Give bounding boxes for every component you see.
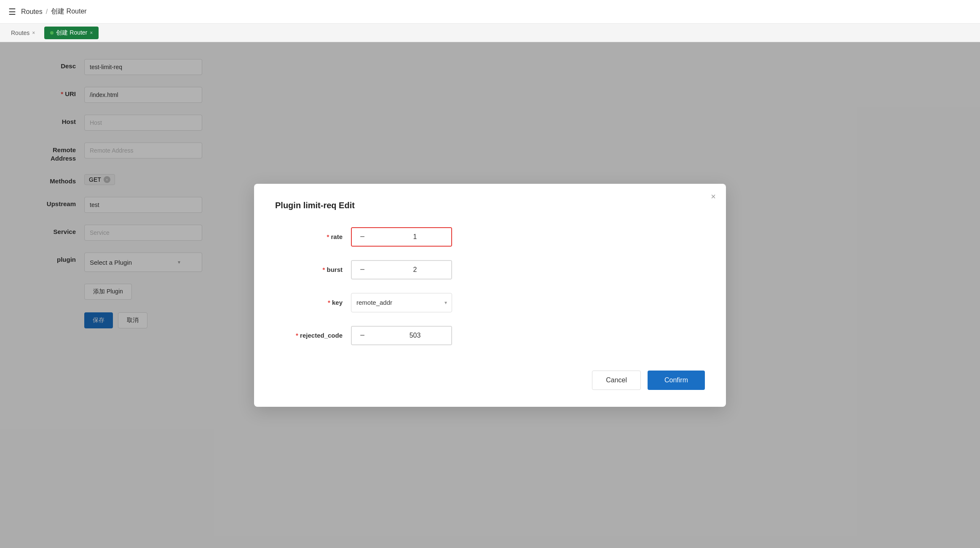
burst-stepper: − + (351, 260, 452, 279)
dialog-title: Plugin limit-req Edit (275, 201, 705, 210)
rejected-code-decrement-button[interactable]: − (352, 327, 373, 344)
key-label: key (275, 299, 343, 306)
tab-routes[interactable]: Routes × (5, 27, 41, 39)
rate-row: rate − + (275, 227, 705, 247)
tab-create-router[interactable]: 创建 Router × (44, 27, 99, 39)
dialog-close-button[interactable]: × (711, 192, 716, 201)
key-row: key remote_addr server_addr http_x_real_… (275, 293, 705, 312)
tab-bar: Routes × 创建 Router × (0, 24, 980, 42)
rejected-code-stepper: − + (351, 326, 452, 345)
main-content: Desc URI Host Remote Address Methods GET… (0, 42, 980, 548)
dialog-cancel-button[interactable]: Cancel (592, 371, 641, 390)
tab-active-dot (50, 31, 54, 35)
rate-input[interactable] (373, 228, 452, 246)
tab-create-router-label: 创建 Router (56, 29, 87, 37)
key-select[interactable]: remote_addr server_addr http_x_real_ip h… (351, 293, 452, 312)
burst-label: burst (275, 266, 343, 273)
breadcrumb-separator: / (46, 8, 48, 16)
rate-decrement-button[interactable]: − (352, 228, 373, 246)
dialog-confirm-button[interactable]: Confirm (648, 371, 705, 390)
dialog-overlay: Plugin limit-req Edit × rate − + burst −… (0, 42, 980, 548)
burst-decrement-button[interactable]: − (352, 261, 373, 279)
rejected-code-label: rejected_code (275, 332, 343, 339)
rate-stepper: − + (351, 227, 452, 247)
rate-label: rate (275, 233, 343, 240)
breadcrumb-create-router: 创建 Router (51, 7, 86, 16)
menu-icon[interactable]: ☰ (8, 7, 16, 17)
plugin-edit-dialog: Plugin limit-req Edit × rate − + burst −… (254, 184, 726, 407)
burst-input[interactable] (373, 261, 452, 279)
tab-create-router-close[interactable]: × (90, 30, 93, 36)
rejected-code-row: rejected_code − + (275, 326, 705, 345)
tab-routes-close[interactable]: × (32, 30, 35, 36)
dialog-footer: Cancel Confirm (275, 371, 705, 390)
rejected-code-input[interactable] (373, 327, 452, 344)
top-header: ☰ Routes / 创建 Router (0, 0, 980, 24)
breadcrumb-routes[interactable]: Routes (21, 8, 43, 16)
key-select-wrapper: remote_addr server_addr http_x_real_ip h… (351, 293, 452, 312)
burst-row: burst − + (275, 260, 705, 279)
tab-routes-label: Routes (11, 30, 29, 36)
breadcrumb: Routes / 创建 Router (21, 7, 87, 16)
